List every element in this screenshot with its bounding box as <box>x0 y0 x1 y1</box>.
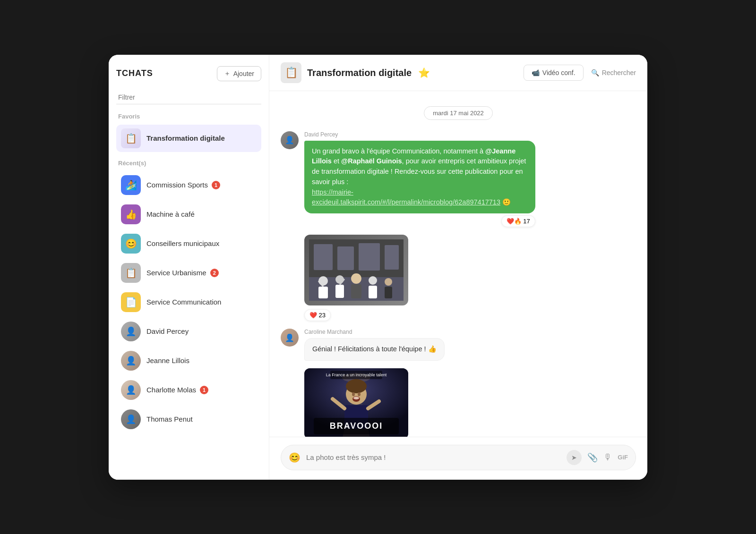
chat-input-area: 😊 ➤ 📎 🎙 GiF <box>269 437 647 480</box>
microphone-button[interactable]: 🎙 <box>603 452 612 462</box>
gif-svg: BRAVOOOI La France a un incroyable talen… <box>304 368 408 437</box>
jeanne-name: Jeanne Lillois <box>146 356 189 364</box>
fav-item-name: Transformation digitale <box>146 134 225 142</box>
table-row: BRAVOOOI La France a un incroyable talen… <box>304 368 636 437</box>
sidebar-item-charlotte-molas[interactable]: 👤 Charlotte Molas 1 <box>116 376 261 404</box>
header-actions: 📹 Vidéo conf. 🔍 Rechercher <box>524 65 636 81</box>
charlotte-name-row: Charlotte Molas 1 <box>146 386 208 394</box>
msg1-link[interactable]: https://mairie-excideuil.talkspirit.com/… <box>312 188 500 206</box>
search-button[interactable]: 🔍 Rechercher <box>591 69 636 76</box>
commission-sports-badge: 1 <box>212 181 220 189</box>
add-button[interactable]: ＋ Ajouter <box>217 66 261 81</box>
svg-rect-9 <box>335 285 344 298</box>
charlotte-badge: 1 <box>200 386 208 394</box>
thomas-avatar: 👤 <box>121 409 141 429</box>
svg-point-14 <box>385 278 392 286</box>
team-photo-svg <box>309 239 404 301</box>
svg-point-26 <box>353 397 359 399</box>
plus-icon: ＋ <box>224 69 231 78</box>
search-label: Rechercher <box>602 69 636 76</box>
urbanisme-badge: 2 <box>210 269 219 277</box>
msg1-bubble: Un grand bravo à l'équipe Communication,… <box>304 141 535 214</box>
svg-rect-13 <box>369 286 377 298</box>
chat-header-icon: 📋 <box>281 62 301 83</box>
message-input[interactable] <box>306 453 561 461</box>
sidebar-item-machine-cafe[interactable]: 👍 Machine à café <box>116 201 261 228</box>
messages-area[interactable]: mardi 17 mai 2022 👤 David Percey Un gran… <box>269 91 647 437</box>
star-icon: ⭐ <box>418 68 430 78</box>
fav-icon: 📋 <box>121 128 141 148</box>
date-separator: mardi 17 mai 2022 <box>281 106 636 120</box>
sidebar-header: TCHATS ＋ Ajouter <box>116 66 261 81</box>
jeanne-avatar: 👤 <box>121 351 141 371</box>
table-row: 👤 Caroline Marchand Génial ! Félicitatio… <box>281 329 636 361</box>
sidebar-item-service-communication[interactable]: 📄 Service Communication <box>116 288 261 316</box>
svg-text:La France a un incroyable tale: La France a un incroyable talent <box>326 373 387 377</box>
msg1-sender: David Percey <box>304 131 535 138</box>
svg-rect-2 <box>314 244 333 270</box>
gif-button[interactable]: GiF <box>618 454 628 461</box>
machine-cafe-icon: 👍 <box>121 204 141 224</box>
svg-point-22 <box>346 379 367 393</box>
video-conf-button[interactable]: 📹 Vidéo conf. <box>524 65 584 81</box>
sidebar-item-conseillers-municipaux[interactable]: 😊 Conseillers municipaux <box>116 230 261 257</box>
msg1-content: David Percey Un grand bravo à l'équipe C… <box>304 131 535 228</box>
chat-list: 🏄 Commission Sports 1 👍 Machine à café 😊… <box>116 171 261 433</box>
commission-sports-icon: 🏄 <box>121 175 141 195</box>
chat-header: 📋 Transformation digitale ⭐ 📹 Vidéo conf… <box>269 55 647 91</box>
svg-rect-15 <box>385 287 392 298</box>
urbanisme-name: Service Urbanisme <box>146 269 206 277</box>
caroline-avatar: 👤 <box>281 329 299 347</box>
communication-name: Service Communication <box>146 298 221 306</box>
video-icon: 📹 <box>532 69 540 76</box>
input-actions: 📎 🎙 GiF <box>587 452 628 463</box>
msg2-content: ❤️ 23 <box>304 235 408 321</box>
commission-sports-name-row: Commission Sports 1 <box>146 181 220 189</box>
date-pill: mardi 17 mai 2022 <box>424 106 493 120</box>
svg-point-10 <box>351 273 361 284</box>
sidebar-item-commission-sports[interactable]: 🏄 Commission Sports 1 <box>116 171 261 199</box>
emoji-button[interactable]: 😊 <box>289 452 301 463</box>
sidebar-title: TCHATS <box>116 68 153 78</box>
svg-point-6 <box>318 276 328 286</box>
svg-rect-11 <box>351 284 361 298</box>
svg-rect-5 <box>385 245 399 270</box>
commission-sports-name: Commission Sports <box>146 181 208 189</box>
sidebar-item-david-percey[interactable]: 👤 David Percey <box>116 318 261 345</box>
david-avatar: 👤 <box>121 322 141 341</box>
msg3-content: Caroline Marchand Génial ! Félicitations… <box>304 329 445 361</box>
msg4-gif: BRAVOOOI La France a un incroyable talen… <box>304 368 408 437</box>
recents-label: Récent(s) <box>116 160 261 167</box>
team-photo-inner <box>309 239 404 301</box>
svg-point-24 <box>358 392 361 396</box>
communication-icon: 📄 <box>121 292 141 312</box>
svg-point-8 <box>335 275 344 284</box>
msg4-content: BRAVOOOI La France a un incroyable talen… <box>304 368 408 437</box>
msg2-reactions: ❤️ 23 <box>304 309 331 321</box>
svg-rect-3 <box>337 246 354 270</box>
app-container: TCHATS ＋ Ajouter Favoris 📋 Transformatio… <box>109 55 647 480</box>
sidebar: TCHATS ＋ Ajouter Favoris 📋 Transformatio… <box>109 55 269 480</box>
table-row: ❤️ 23 <box>304 235 636 321</box>
msg3-sender: Caroline Marchand <box>304 329 445 335</box>
david-name: David Percey <box>146 327 189 335</box>
sidebar-item-transformation-digitale[interactable]: 📋 Transformation digitale <box>116 125 261 152</box>
msg1-reactions: ❤️🔥 17 <box>501 215 535 227</box>
main-chat: 📋 Transformation digitale ⭐ 📹 Vidéo conf… <box>269 55 647 480</box>
sidebar-item-service-urbanisme[interactable]: 📋 Service Urbanisme 2 <box>116 259 261 287</box>
send-button[interactable]: ➤ <box>567 450 582 465</box>
thomas-name: Thomas Penut <box>146 415 193 423</box>
charlotte-avatar: 👤 <box>121 380 141 400</box>
filter-input[interactable] <box>116 91 261 104</box>
input-row: 😊 ➤ 📎 🎙 GiF <box>281 445 636 470</box>
msg2-image <box>304 235 408 305</box>
video-conf-label: Vidéo conf. <box>542 69 576 76</box>
svg-rect-4 <box>359 243 380 271</box>
sidebar-item-thomas-penut[interactable]: 👤 Thomas Penut <box>116 406 261 433</box>
search-icon: 🔍 <box>591 69 599 76</box>
add-button-label: Ajouter <box>233 70 254 77</box>
sidebar-item-jeanne-lillois[interactable]: 👤 Jeanne Lillois <box>116 347 261 374</box>
conseillers-icon: 😊 <box>121 234 141 254</box>
attachment-button[interactable]: 📎 <box>587 452 598 463</box>
svg-point-12 <box>369 276 377 285</box>
